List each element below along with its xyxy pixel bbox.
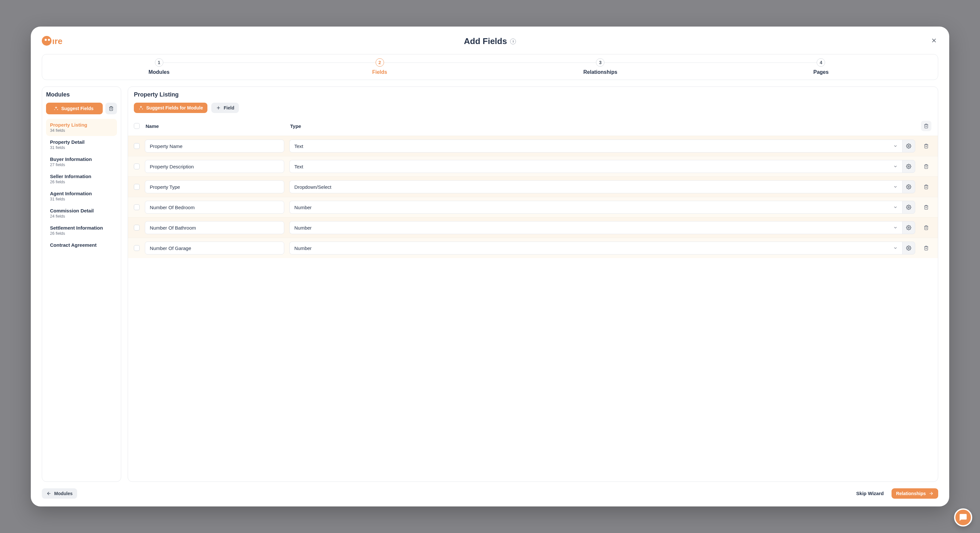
svg-point-9 <box>908 166 909 167</box>
field-type-group: Number <box>290 221 915 234</box>
chat-icon <box>959 513 967 522</box>
sidebar-item[interactable]: Buyer Information 27 fields <box>46 153 117 170</box>
modal-header: ıre Add Fields i <box>42 36 938 46</box>
chevron-down-icon <box>893 205 898 209</box>
module-field-count: 31 fields <box>50 197 113 201</box>
field-settings-button[interactable] <box>902 241 915 254</box>
field-name-input[interactable] <box>145 160 284 173</box>
field-type-value: Dropdown/Select <box>294 184 331 190</box>
trash-icon <box>924 124 929 128</box>
delete-module-button[interactable] <box>105 103 117 114</box>
delete-field-button[interactable] <box>920 205 932 210</box>
table-row: Dropdown/Select <box>128 176 937 197</box>
step-number: 3 <box>596 58 605 67</box>
add-field-button[interactable]: Field <box>211 103 239 113</box>
table-row: Text <box>128 136 937 156</box>
row-checkbox[interactable] <box>134 225 140 230</box>
select-all-checkbox[interactable] <box>134 123 140 129</box>
row-checkbox[interactable] <box>134 184 140 190</box>
skip-wizard-link[interactable]: Skip Wizard <box>856 490 884 496</box>
brand-logo: ıre <box>42 34 66 47</box>
delete-field-button[interactable] <box>920 164 932 169</box>
delete-field-button[interactable] <box>920 143 932 149</box>
row-checkbox[interactable] <box>134 163 140 169</box>
field-type-group: Text <box>290 160 915 173</box>
field-name-input[interactable] <box>145 201 284 214</box>
field-type-group: Number <box>290 241 915 254</box>
field-settings-button[interactable] <box>902 160 915 173</box>
info-icon[interactable]: i <box>510 38 516 44</box>
suggest-fields-for-module-button[interactable]: Suggest Fields for Module <box>134 103 207 113</box>
field-settings-button[interactable] <box>902 140 915 152</box>
field-type-group: Number <box>290 201 915 214</box>
step-modules[interactable]: 1 Modules <box>49 58 269 75</box>
sidebar-item[interactable]: Agent Information 31 fields <box>46 187 117 205</box>
title-wrap: Add Fields i <box>464 36 516 46</box>
step-fields[interactable]: 2 Fields <box>269 58 490 75</box>
svg-point-8 <box>908 145 909 147</box>
gear-icon <box>906 164 911 169</box>
field-name-input[interactable] <box>145 241 284 254</box>
chevron-down-icon <box>893 164 898 169</box>
modal-dialog: ıre Add Fields i 1 Modules 2 Fields 3 Re… <box>31 27 949 506</box>
suggest-fields-button[interactable]: Suggest Fields <box>46 103 103 114</box>
field-type-select[interactable]: Text <box>290 160 902 173</box>
row-checkbox[interactable] <box>134 143 140 149</box>
sidebar-item[interactable]: Property Detail 31 fields <box>46 136 117 153</box>
trash-icon <box>924 143 929 149</box>
field-type-select[interactable]: Number <box>290 201 902 214</box>
sidebar-item[interactable]: Property Listing 34 fields <box>46 119 117 136</box>
chevron-down-icon <box>893 185 898 189</box>
sidebar-item[interactable]: Seller Information 26 fields <box>46 170 117 187</box>
col-actions <box>920 121 932 131</box>
svg-text:ıre: ıre <box>52 36 62 46</box>
field-type-select[interactable]: Text <box>290 140 902 152</box>
step-label: Modules <box>148 69 170 75</box>
step-number: 1 <box>155 58 163 67</box>
field-type-group: Dropdown/Select <box>290 180 915 194</box>
table-body[interactable]: Text Text Dropdown/Select <box>128 136 937 481</box>
suggest-module-label: Suggest Fields for Module <box>146 105 203 110</box>
trash-icon <box>924 205 929 210</box>
field-settings-button[interactable] <box>902 201 915 214</box>
field-type-select[interactable]: Number <box>290 221 902 234</box>
field-name-input[interactable] <box>145 180 284 194</box>
field-settings-button[interactable] <box>902 221 915 234</box>
sidebar-item[interactable]: Settlement Information 26 fields <box>46 222 117 239</box>
step-pages[interactable]: 4 Pages <box>711 58 931 75</box>
suggest-fields-label: Suggest Fields <box>61 106 94 111</box>
module-field-count: 24 fields <box>50 214 113 219</box>
sidebar-item[interactable]: Contract Agreement <box>46 239 117 251</box>
module-field-count: 34 fields <box>50 128 113 133</box>
module-name: Seller Information <box>50 174 113 179</box>
back-to-modules-button[interactable]: Modules <box>42 488 77 499</box>
delete-field-button[interactable] <box>920 225 932 230</box>
wizard-footer: Modules Skip Wizard Relationships <box>42 488 938 499</box>
delete-field-button[interactable] <box>920 184 932 189</box>
delete-field-button[interactable] <box>920 246 932 251</box>
chat-launcher-button[interactable] <box>954 508 972 527</box>
delete-selected-button[interactable] <box>921 121 931 131</box>
wizard-stepper: 1 Modules 2 Fields 3 Relationships 4 Pag… <box>42 54 938 80</box>
sidebar-item[interactable]: Commission Detail 24 fields <box>46 205 117 222</box>
panel-title: Property Listing <box>134 91 932 98</box>
svg-point-11 <box>908 206 909 208</box>
row-checkbox[interactable] <box>134 204 140 210</box>
trash-icon <box>924 184 929 189</box>
next-relationships-button[interactable]: Relationships <box>891 488 938 499</box>
step-relationships[interactable]: 3 Relationships <box>490 58 711 75</box>
gear-icon <box>906 225 911 230</box>
next-label: Relationships <box>896 491 926 496</box>
row-checkbox[interactable] <box>134 245 140 251</box>
plus-icon <box>216 105 221 110</box>
close-button[interactable] <box>930 36 938 45</box>
field-settings-button[interactable] <box>902 180 915 194</box>
sparkle-icon <box>138 105 143 110</box>
sidebar-title: Modules <box>46 91 117 98</box>
module-field-count: 26 fields <box>50 180 113 184</box>
field-type-select[interactable]: Number <box>290 241 902 254</box>
module-name: Commission Detail <box>50 208 113 213</box>
field-name-input[interactable] <box>145 140 284 152</box>
field-type-select[interactable]: Dropdown/Select <box>290 180 902 194</box>
field-name-input[interactable] <box>145 221 284 234</box>
